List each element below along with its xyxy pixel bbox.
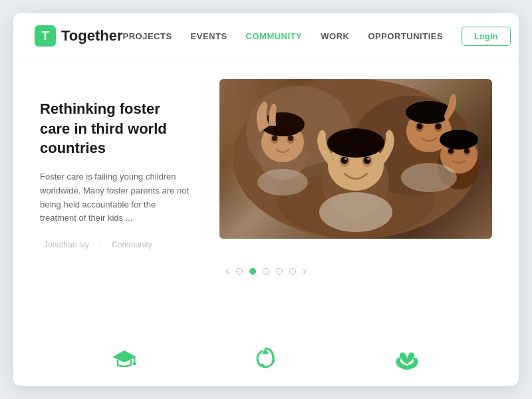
logo-text: Together (61, 27, 122, 45)
svg-point-39 (132, 362, 136, 365)
logo[interactable]: T Together (35, 25, 122, 47)
nav-community[interactable]: COMMUNITY (246, 31, 303, 41)
carousel-next[interactable]: › (303, 264, 307, 278)
svg-point-24 (417, 124, 423, 130)
carousel-prev[interactable]: ‹ (225, 264, 229, 278)
hero-panel (219, 79, 492, 239)
recycle-icon (254, 347, 277, 370)
meta-separator: · (99, 240, 101, 249)
carousel-dot-5[interactable] (289, 268, 296, 275)
nav-work[interactable]: WORK (321, 31, 349, 41)
login-button[interactable]: Login (462, 27, 510, 46)
education-icon (112, 348, 136, 369)
svg-point-8 (272, 136, 277, 141)
carousel-dot-2[interactable] (249, 268, 256, 275)
footer-icons (13, 334, 519, 386)
svg-point-33 (440, 130, 478, 150)
article-description: Foster care is failing young children wo… (40, 170, 193, 225)
svg-point-25 (436, 124, 442, 130)
svg-point-15 (341, 157, 348, 164)
logo-icon: T (35, 25, 56, 47)
article-meta: Jonathan Ivy · Community (40, 240, 193, 249)
main-content: Rethinking foster care in third world co… (13, 59, 519, 327)
header: T Together PROJECTS EVENTS COMMUNITY WOR… (13, 13, 519, 59)
hero-image-inner (219, 79, 492, 239)
article-title: Rethinking foster care in third world co… (40, 99, 193, 158)
content-row: Rethinking foster care in third world co… (40, 79, 492, 249)
carousel-dot-3[interactable] (263, 268, 269, 275)
article-category: Community (112, 240, 152, 249)
main-nav: PROJECTS EVENTS COMMUNITY WORK OPPORTUNI… (122, 27, 510, 46)
svg-point-19 (327, 128, 384, 158)
svg-point-17 (344, 158, 347, 160)
nav-opportunities[interactable]: OPPORTUNITIES (368, 31, 443, 41)
svg-point-34 (319, 192, 392, 232)
svg-rect-38 (134, 357, 136, 363)
carousel-nav: ‹ › (40, 264, 492, 278)
app-window: T Together PROJECTS EVENTS COMMUNITY WOR… (13, 13, 519, 386)
carousel-dot-4[interactable] (276, 268, 283, 275)
nav-projects[interactable]: PROJECTS (122, 31, 172, 41)
svg-marker-37 (112, 350, 136, 362)
svg-point-9 (288, 136, 293, 141)
hero-image (219, 79, 492, 239)
svg-point-36 (401, 163, 457, 192)
nav-events[interactable]: EVENTS (191, 31, 227, 41)
svg-point-16 (364, 157, 371, 164)
carousel-dot-1[interactable] (236, 268, 243, 275)
article-panel: Rethinking foster care in third world co… (40, 79, 193, 249)
care-icon (394, 347, 420, 370)
svg-point-35 (257, 169, 308, 196)
hero-illustration (219, 79, 492, 239)
article-author: Jonathan Ivy (44, 240, 89, 249)
svg-point-18 (367, 158, 370, 160)
